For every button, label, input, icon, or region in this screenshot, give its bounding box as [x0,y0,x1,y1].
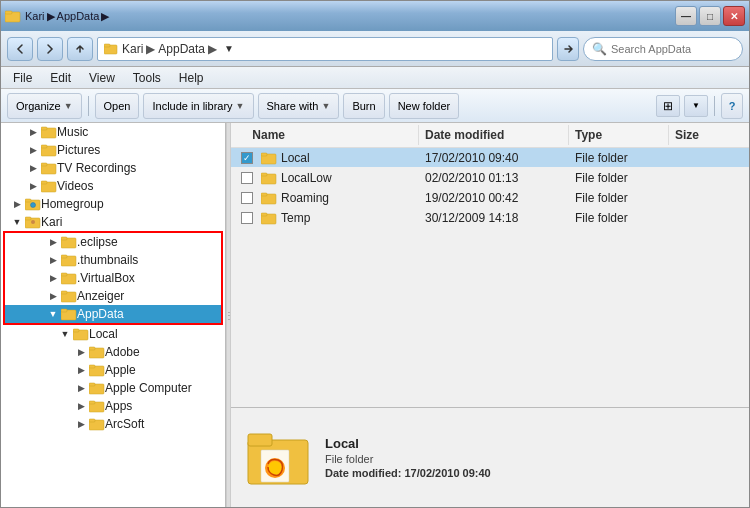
col-header-name[interactable]: Name [231,125,419,145]
sidebar-item-arcsoft[interactable]: ▶ ArcSoft [1,415,225,433]
checkbox-localLow[interactable] [237,172,257,184]
address-bar[interactable]: Kari ▶ AppData ▶ ▼ [97,37,553,61]
sidebar-item-virtualbox[interactable]: ▶ .VirtualBox [5,269,221,287]
col-header-date[interactable]: Date modified [419,125,569,145]
sidebar-item-apps[interactable]: ▶ Apps [1,397,225,415]
cell-local-type: File folder [569,148,669,167]
burn-button[interactable]: Burn [343,93,384,119]
cell-localLow-date: 02/02/2010 01:13 [419,168,569,187]
sidebar-item-adobe[interactable]: ▶ Adobe [1,343,225,361]
sidebar-label-apple-computer: Apple Computer [105,381,192,395]
menu-edit[interactable]: Edit [42,69,79,87]
svg-rect-29 [73,329,79,332]
folder-icon-row-roaming [261,191,277,205]
toggle-virtualbox: ▶ [45,273,61,283]
forward-button[interactable] [37,37,63,61]
toggle-eclipse: ▶ [45,237,61,247]
svg-rect-37 [89,401,95,404]
sidebar-item-homegroup[interactable]: ▶ Homegroup [1,195,225,213]
maximize-button[interactable]: □ [699,6,721,26]
folder-icon-pictures [41,143,57,157]
search-box[interactable]: 🔍 [583,37,743,61]
include-library-button[interactable]: Include in library ▼ [143,93,253,119]
sidebar-item-tv-recordings[interactable]: ▶ TV Recordings [1,159,225,177]
sidebar-label-apple: Apple [105,363,136,377]
list-row-local[interactable]: Local 17/02/2010 09:40 File folder [231,148,749,168]
cell-roaming-size [669,188,749,207]
svg-rect-5 [41,127,47,130]
sidebar-label-apps: Apps [105,399,132,413]
svg-rect-35 [89,383,95,386]
view-dropdown-button[interactable]: ▼ [684,95,708,117]
new-folder-button[interactable]: New folder [389,93,460,119]
folder-address-icon [104,42,118,56]
search-input[interactable] [611,43,749,55]
toggle-thumbnails: ▶ [45,255,61,265]
open-button[interactable]: Open [95,93,140,119]
menu-tools[interactable]: Tools [125,69,169,87]
toggle-apple: ▶ [73,365,89,375]
open-label: Open [104,100,131,112]
sidebar-item-kari[interactable]: ▼ Kari [1,213,225,231]
list-row-localLow[interactable]: LocalLow 02/02/2010 01:13 File folder [231,168,749,188]
toggle-kari: ▼ [9,217,25,227]
title-path-appdata: AppData [57,10,100,22]
share-with-label: Share with [267,100,319,112]
svg-rect-27 [61,309,67,312]
col-header-type[interactable]: Type [569,125,669,145]
sidebar-item-apple[interactable]: ▶ Apple [1,361,225,379]
preview-date-value: 17/02/2010 09:40 [404,467,490,479]
sidebar-item-music[interactable]: ▶ Music [1,123,225,141]
toggle-adobe: ▶ [73,347,89,357]
sidebar-label-videos: Videos [57,179,93,193]
checkbox-local-indicator [241,152,253,164]
cell-localLow-type: File folder [569,168,669,187]
svg-rect-9 [41,163,47,166]
col-header-size[interactable]: Size [669,125,749,145]
sidebar-item-appdata[interactable]: ▼ AppData [5,305,221,323]
menu-help[interactable]: Help [171,69,212,87]
preview-folder-svg [246,422,311,494]
status-bar: Local File folder Date modified: 17/02/2… [231,407,749,507]
sidebar-item-anzeiger[interactable]: ▶ Anzeiger [5,287,221,305]
folder-icon-arcsoft [89,417,105,431]
sidebar-item-videos[interactable]: ▶ Videos [1,177,225,195]
svg-rect-21 [61,255,67,258]
organize-button[interactable]: Organize ▼ [7,93,82,119]
back-button[interactable] [7,37,33,61]
up-button[interactable] [67,37,93,61]
checkbox-roaming[interactable] [237,192,257,204]
view-button[interactable]: ⊞ [656,95,680,117]
sidebar-item-local[interactable]: ▼ Local [1,325,225,343]
menu-file[interactable]: File [5,69,40,87]
checkbox-local[interactable] [237,152,257,164]
sidebar-label-thumbnails: .thumbnails [77,253,138,267]
sidebar-item-thumbnails[interactable]: ▶ .thumbnails [5,251,221,269]
burn-label: Burn [352,100,375,112]
svg-rect-13 [25,199,31,202]
sidebar-label-adobe: Adobe [105,345,140,359]
help-icon: ? [729,100,736,112]
list-row-temp[interactable]: Temp 30/12/2009 14:18 File folder [231,208,749,228]
sidebar-item-apple-computer[interactable]: ▶ Apple Computer [1,379,225,397]
address-dropdown-arrow[interactable]: ▼ [224,43,234,54]
toggle-apps: ▶ [73,401,89,411]
folder-icon-virtualbox [61,271,77,285]
address-go-button[interactable] [557,37,579,61]
toolbar: Organize ▼ Open Include in library ▼ Sha… [1,89,749,123]
sidebar-item-pictures[interactable]: ▶ Pictures [1,141,225,159]
sidebar-label-eclipse: .eclipse [77,235,118,249]
close-button[interactable]: ✕ [723,6,745,26]
preview-info: Local File folder Date modified: 17/02/2… [325,436,491,479]
toggle-music: ▶ [25,127,41,137]
sidebar-label-tv-recordings: TV Recordings [57,161,136,175]
sidebar-item-eclipse[interactable]: ▶ .eclipse [5,233,221,251]
minimize-button[interactable]: — [675,6,697,26]
menu-view[interactable]: View [81,69,123,87]
toggle-videos: ▶ [25,181,41,191]
checkbox-temp[interactable] [237,212,257,224]
help-button[interactable]: ? [721,93,743,119]
list-row-roaming[interactable]: Roaming 19/02/2010 00:42 File folder [231,188,749,208]
share-with-button[interactable]: Share with ▼ [258,93,340,119]
folder-icon-row-local [261,151,277,165]
